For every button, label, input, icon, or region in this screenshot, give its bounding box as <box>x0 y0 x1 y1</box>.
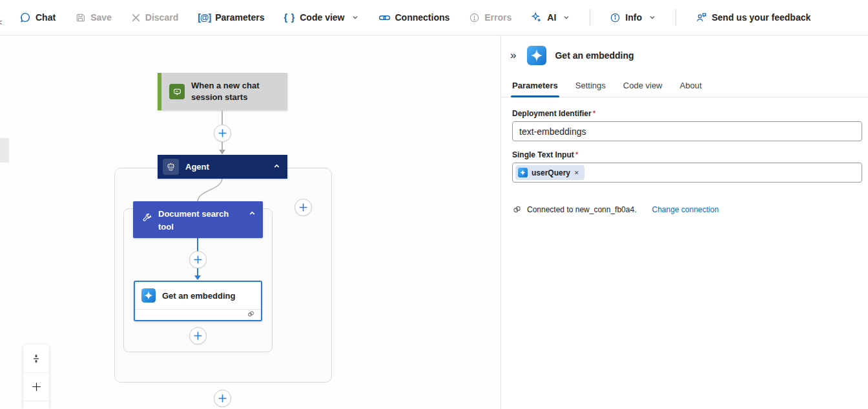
details-panel: » Get an embedding Parameters Settings C… <box>501 35 868 409</box>
arrowhead <box>194 275 201 280</box>
token-sparkle-icon <box>518 168 528 177</box>
agent-robot-icon <box>163 159 179 175</box>
insert-step-button[interactable] <box>189 251 207 268</box>
chevron-up-icon[interactable] <box>248 209 256 219</box>
insert-step-button[interactable] <box>214 125 231 142</box>
tab-parameters[interactable]: Parameters <box>512 81 558 97</box>
feedback-icon <box>696 12 707 23</box>
fit-to-view-button[interactable] <box>23 344 49 373</box>
add-branch-button[interactable] <box>294 199 312 216</box>
edge-cut-glyph: < <box>0 17 3 27</box>
collapse-panel-icon[interactable]: » <box>508 48 519 63</box>
panel-tabs: Parameters Settings Code view About <box>501 81 868 97</box>
token-label: userQuery <box>532 168 570 177</box>
tool-label: Document search tool <box>158 208 242 233</box>
connections-button[interactable]: Connections <box>378 12 450 23</box>
tab-about[interactable]: About <box>680 81 702 97</box>
toolbar: < Chat Save Discard [@] Parameters { } C… <box>0 0 868 35</box>
wrench-icon <box>142 213 152 224</box>
panel-body: Deployment Identifier* Single Text Input… <box>501 97 868 214</box>
code-view-button[interactable]: { } Code view <box>284 12 358 23</box>
agent-node[interactable]: Agent <box>158 155 287 179</box>
connection-link-icon <box>512 204 522 214</box>
errors-button[interactable]: Errors <box>469 12 512 23</box>
discard-icon <box>131 13 141 23</box>
action-label: Get an embedding <box>162 291 235 301</box>
errors-icon <box>469 12 480 23</box>
chevron-down-icon[interactable] <box>648 14 656 21</box>
embedding-sparkle-icon <box>141 288 156 303</box>
canvas-zoom-controls <box>23 344 49 409</box>
panel-title: Get an embedding <box>555 50 634 61</box>
parameters-button[interactable]: [@] Parameters <box>198 12 264 23</box>
connection-status: Connected to new_conn_fb0a4. <box>527 205 636 214</box>
toolbar-separator <box>676 9 676 26</box>
arrowhead <box>219 150 225 154</box>
token-pill-userquery[interactable]: userQuery ✕ <box>515 165 584 180</box>
tab-settings[interactable]: Settings <box>575 81 606 97</box>
remove-token-icon[interactable]: ✕ <box>574 170 579 176</box>
code-view-icon: { } <box>284 12 295 23</box>
single-text-input-label: Single Text Input* <box>512 150 868 159</box>
connection-row: Connected to new_conn_fb0a4. Change conn… <box>512 204 868 214</box>
chevron-up-icon[interactable] <box>273 162 281 172</box>
save-button[interactable]: Save <box>75 12 112 23</box>
info-button[interactable]: Info <box>610 12 656 23</box>
left-panel-handle[interactable] <box>0 138 9 163</box>
edge-agent-tool <box>181 178 232 202</box>
add-node-button[interactable] <box>214 390 231 407</box>
chat-icon <box>19 12 31 23</box>
zoom-out-button[interactable] <box>23 401 49 409</box>
chevron-down-icon[interactable] <box>351 14 359 21</box>
embedding-sparkle-icon <box>527 46 546 65</box>
zoom-in-button[interactable] <box>23 373 49 401</box>
feedback-button[interactable]: Send us your feedback <box>696 12 811 23</box>
ai-sparkle-icon <box>531 12 542 23</box>
required-asterisk: * <box>575 150 579 159</box>
chat-session-icon <box>169 84 185 99</box>
required-asterisk: * <box>593 109 596 118</box>
connection-link-icon <box>247 310 255 320</box>
info-icon <box>610 12 621 23</box>
action-node-get-embedding[interactable]: Get an embedding <box>134 281 262 321</box>
parameters-icon: [@] <box>198 12 211 23</box>
trigger-node[interactable]: When a new chat session starts <box>158 73 287 110</box>
tab-code-view[interactable]: Code view <box>623 81 663 97</box>
deployment-identifier-input[interactable] <box>512 121 862 141</box>
save-icon <box>75 12 86 23</box>
add-action-button[interactable] <box>189 327 207 344</box>
toolbar-separator <box>590 9 590 26</box>
chevron-down-icon[interactable] <box>563 14 570 21</box>
chat-button[interactable]: Chat <box>19 12 56 23</box>
discard-button[interactable]: Discard <box>131 12 178 23</box>
workflow-canvas[interactable]: When a new chat session starts Agent <box>0 35 501 409</box>
change-connection-link[interactable]: Change connection <box>652 205 718 214</box>
deployment-identifier-label: Deployment Identifier* <box>512 109 868 118</box>
trigger-label: When a new chat session starts <box>191 80 287 103</box>
ai-button[interactable]: AI <box>531 12 570 23</box>
connections-icon <box>378 13 391 23</box>
agent-label: Agent <box>185 162 209 172</box>
single-text-input-field[interactable]: userQuery ✕ <box>512 163 862 183</box>
panel-header: » Get an embedding <box>501 35 868 65</box>
tool-node[interactable]: Document search tool <box>133 201 263 238</box>
